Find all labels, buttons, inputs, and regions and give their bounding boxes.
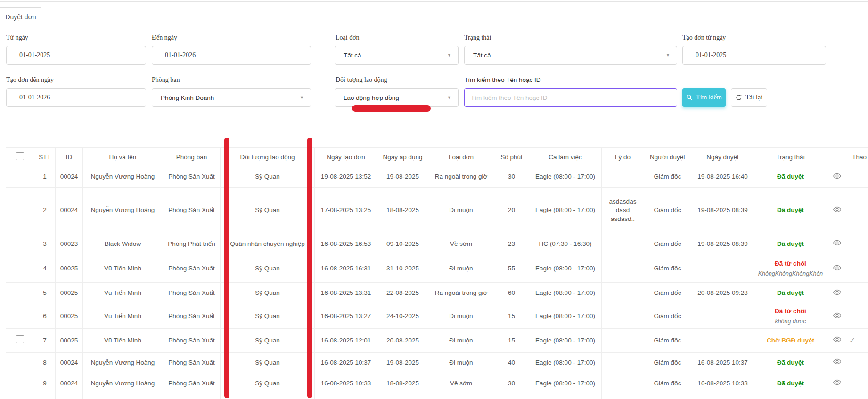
department-select[interactable]: Phòng Kinh Doanh ▼ — [152, 88, 311, 107]
row-select-cell — [6, 188, 34, 233]
cell-minutes: 23 — [494, 233, 529, 255]
status-badge: Đã duyệt — [757, 206, 824, 214]
cell-created: 16-08-2025 16:53 — [315, 233, 377, 255]
view-button[interactable] — [833, 265, 842, 273]
to-date-label: Đến ngày — [152, 34, 177, 41]
row-checkbox[interactable] — [16, 335, 24, 343]
from-date-value: 01-01-2025 — [19, 51, 50, 59]
cell-approver: Giám đốc — [644, 283, 691, 304]
cell-shift: Eagle (08:00 - 17:00) — [529, 188, 602, 233]
labor-type-value: Lao động hợp đồng — [344, 94, 399, 101]
cell-approved_at: 19-08-2025 16:40 — [691, 166, 754, 188]
view-button[interactable] — [833, 358, 842, 367]
column-header: ID — [56, 148, 83, 166]
column-header: Phòng ban — [163, 148, 221, 166]
status-badge: Đã từ chối — [757, 260, 824, 268]
status-value: Tất cả — [473, 52, 491, 59]
department-label: Phòng ban — [152, 76, 180, 84]
row-select-cell — [6, 233, 34, 255]
status-badge: Đã duyệt — [757, 240, 824, 248]
cell-minutes: 30 — [494, 373, 529, 394]
cell-reason: asdasdas dasd asdasd.. — [602, 188, 644, 233]
eye-icon — [833, 312, 842, 321]
cell-id: 00025 — [56, 304, 83, 329]
cell-labor: Sỹ Quan — [221, 304, 315, 329]
cell-status: Đã duyệt — [754, 373, 827, 394]
view-button[interactable] — [833, 379, 842, 388]
order-type-select[interactable]: Tất cả ▼ — [335, 46, 459, 65]
cell-actions — [827, 353, 868, 373]
cell-status: Đã từ chốiKhôngKhôngKhôngKhôn — [754, 255, 827, 283]
cell-type: Đi muộn — [428, 329, 494, 353]
cell-created: 16-08-2025 16:31 — [315, 255, 377, 283]
select-all-header-cell — [6, 148, 34, 166]
cell-labor: Sỹ Quan — [221, 255, 315, 283]
status-select[interactable]: Tất cả ▼ — [464, 46, 677, 65]
created-to-input[interactable]: 01-01-2026 — [6, 88, 146, 107]
cell-actions — [827, 233, 868, 255]
order-type-value: Tất cả — [344, 52, 361, 59]
text-cursor — [470, 94, 470, 101]
cell-approver: Giám đốc — [644, 166, 691, 188]
cell-type: Đi muộn — [428, 255, 494, 283]
magnifier-icon — [686, 94, 693, 101]
view-button[interactable] — [833, 312, 842, 321]
column-header: Đối tượng lao động — [221, 148, 315, 166]
cell-actions — [827, 255, 868, 283]
created-to-label: Tạo đơn đến ngày — [6, 76, 54, 84]
cell-minutes: 20 — [494, 188, 529, 233]
search-button[interactable]: Tìm kiếm — [682, 88, 726, 107]
column-header: Ngày duyệt — [691, 148, 754, 166]
tab-duyet-don[interactable]: Duyệt đơn — [0, 7, 41, 26]
view-button[interactable] — [833, 240, 842, 248]
cell-reason — [602, 329, 644, 353]
cell-shift: Eagle (08:00 - 17:00) — [529, 304, 602, 329]
cell-approved_at: 16-08-2025 10:37 — [691, 353, 754, 373]
cell-type: Về sớm — [428, 233, 494, 255]
cell-actions — [827, 304, 868, 329]
cell-name: Nguyễn Vương Hoàng — [83, 353, 163, 373]
cell-status: Đã duyệt — [754, 188, 827, 233]
cell-name: Vũ Tiến Minh — [83, 304, 163, 329]
reload-button[interactable]: Tải lại — [731, 88, 767, 107]
column-header: STT — [34, 148, 56, 166]
eye-icon — [833, 265, 842, 273]
eye-icon — [833, 336, 842, 345]
caret-down-icon: ▼ — [300, 96, 304, 100]
cell-applied: 18-08-2025 — [377, 373, 428, 394]
cell-labor: Sỹ Quan — [221, 353, 315, 373]
approve-button[interactable]: ✓ — [849, 335, 855, 346]
view-button[interactable] — [833, 206, 842, 215]
cell-approved_at — [691, 329, 754, 353]
view-button[interactable] — [833, 173, 842, 181]
labor-type-select[interactable]: Lao động hợp đồng ▼ — [335, 88, 459, 107]
select-all-checkbox[interactable] — [16, 152, 24, 160]
from-date-label: Từ ngày — [6, 34, 28, 41]
cell-stt: 9 — [34, 373, 56, 394]
cell-approved_at: 19-08-2025 08:39 — [691, 188, 754, 233]
view-button[interactable] — [833, 289, 842, 298]
check-icon: ✓ — [849, 335, 855, 346]
from-date-input[interactable]: 01-01-2025 — [6, 46, 146, 65]
search-input[interactable]: Tìm kiếm theo Tên hoặc ID — [464, 88, 677, 107]
cell-status: Chờ BGĐ duyệt — [754, 329, 827, 353]
cell-applied: 09-10-2025 — [377, 233, 428, 255]
status-note: không được — [757, 318, 824, 326]
to-date-input[interactable]: 01-01-2026 — [152, 46, 311, 65]
caret-down-icon: ▼ — [447, 96, 451, 100]
cell-actions — [827, 373, 868, 394]
created-from-input[interactable]: 01-01-2025 — [682, 46, 826, 65]
cell-labor: Sỹ Quan — [221, 329, 315, 353]
cell-applied: 20-08-2025 — [377, 329, 428, 353]
cell-actions — [827, 283, 868, 304]
status-badge: Đã duyệt — [757, 172, 824, 181]
cell-actions — [827, 166, 868, 188]
cell-name: Vũ Tiến Minh — [83, 283, 163, 304]
cell-applied: 22-08-2025 — [377, 283, 428, 304]
cell-id: 00024 — [56, 188, 83, 233]
cell-approved_at: 20-08-2025 09:28 — [691, 283, 754, 304]
view-button[interactable] — [833, 336, 842, 345]
cell-approver: Giám đốc — [644, 233, 691, 255]
order-type-label: Loại đơn — [336, 34, 360, 41]
cell-applied: 19-08-2025 — [377, 353, 428, 373]
